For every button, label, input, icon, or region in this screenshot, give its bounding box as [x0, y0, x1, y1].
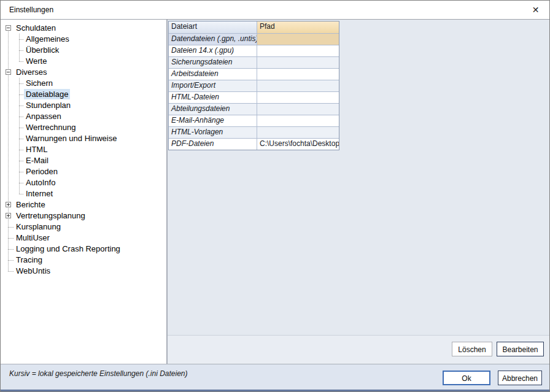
path-cell[interactable]: [257, 92, 339, 103]
table-row-datendateien-gpn-untis[interactable]: Datendateien (.gpn, .untis): [169, 33, 339, 45]
file-type-cell[interactable]: Import/Export: [169, 80, 257, 91]
tree-item-webuntis[interactable]: WebUntis: [1, 266, 166, 277]
table-row-dateien-14-x-gpu[interactable]: Dateien 14.x (.gpu): [169, 45, 339, 56]
path-cell[interactable]: [257, 115, 339, 126]
tree-item-label: Sichern: [24, 78, 55, 88]
dateiablage-panel: Dateiart Pfad Datendateien (.gpn, .untis…: [167, 20, 549, 364]
tree-item-autoinfo[interactable]: AutoInfo: [1, 177, 166, 188]
tree-item-stundenplan[interactable]: Stundenplan: [1, 100, 166, 111]
tree-item-label: AutoInfo: [24, 177, 57, 188]
tree-expand-icon[interactable]: [6, 202, 11, 207]
tree-item-label: Berichte: [14, 199, 47, 210]
table-row-arbeitsdateien[interactable]: Arbeitsdateien: [169, 68, 339, 80]
path-cell[interactable]: [257, 69, 339, 80]
window-title: Einstellungen: [9, 6, 53, 14]
path-cell[interactable]: [257, 127, 339, 138]
tree-item-vertretungsplanung[interactable]: Vertretungsplanung: [1, 210, 166, 221]
tree-item-label: Perioden: [24, 166, 60, 177]
file-type-cell[interactable]: Arbeitsdateien: [169, 69, 257, 80]
tree-item-label: Allgemeines: [24, 34, 71, 44]
tree-item-label: HTML: [24, 144, 49, 155]
path-cell[interactable]: [257, 104, 339, 115]
settings-tree: SchuldatenAllgemeinesÜberblickWerteDiver…: [1, 20, 166, 364]
tree-item-wertrechnung[interactable]: Wertrechnung: [1, 122, 166, 133]
tree-item-label: Vertretungsplanung: [14, 210, 87, 221]
path-cell[interactable]: C:\Users\fochta\Desktop: [257, 139, 339, 150]
title-bar: Einstellungen ✕: [1, 1, 549, 20]
file-type-cell[interactable]: Datendateien (.gpn, .untis): [169, 34, 257, 45]
tree-item-berblick[interactable]: Überblick: [1, 45, 166, 56]
window-bottom-border: [1, 390, 549, 391]
tree-item-multiuser[interactable]: MultiUser: [1, 233, 166, 244]
loeschen-button[interactable]: Löschen: [452, 342, 492, 356]
tree-item-label: Warnungen und Hinweise: [24, 133, 118, 144]
tree-item-perioden[interactable]: Perioden: [1, 166, 166, 177]
close-button[interactable]: ✕: [522, 1, 549, 19]
tree-item-sichern[interactable]: Sichern: [1, 78, 166, 89]
tree-item-html[interactable]: HTML: [1, 144, 166, 155]
tree-item-label: Werte: [24, 56, 48, 66]
settings-tree-panel: SchuldatenAllgemeinesÜberblickWerteDiver…: [1, 20, 167, 364]
file-type-cell[interactable]: HTML-Dateien: [169, 92, 257, 103]
tree-item-label: Wertrechnung: [24, 122, 77, 133]
file-type-cell[interactable]: Sicherungsdateien: [169, 57, 257, 68]
tree-collapse-icon[interactable]: [6, 25, 11, 31]
column-header-pfad[interactable]: Pfad: [257, 21, 339, 33]
tree-item-kursplanung[interactable]: Kursplanung: [1, 221, 166, 233]
file-paths-table-body: Datendateien (.gpn, .untis)Dateien 14.x …: [169, 33, 339, 150]
close-icon: ✕: [532, 5, 540, 15]
path-cell[interactable]: [257, 34, 339, 45]
bearbeiten-button[interactable]: Bearbeiten: [497, 342, 544, 356]
tree-item-label: Internet: [24, 188, 55, 199]
tree-item-label: Überblick: [24, 45, 61, 55]
table-header-row: Dateiart Pfad: [169, 21, 339, 33]
tree-item-dateiablage[interactable]: Dateiablage: [1, 89, 166, 100]
tree-item-schuldaten[interactable]: Schuldaten: [1, 23, 166, 34]
table-row-import-export[interactable]: Import/Export: [169, 80, 339, 91]
table-row-html-vorlagen[interactable]: HTML-Vorlagen: [169, 126, 339, 138]
file-paths-table: Dateiart Pfad Datendateien (.gpn, .untis…: [168, 21, 339, 150]
tree-item-tracing[interactable]: Tracing: [1, 255, 166, 266]
tree-expand-icon[interactable]: [6, 213, 11, 218]
tree-item-label: Stundenplan: [24, 100, 72, 110]
column-header-dateiart[interactable]: Dateiart: [169, 21, 257, 33]
table-row-e-mail-anh-nge[interactable]: E-Mail-Anhänge: [169, 115, 339, 126]
table-row-abteilungsdateien[interactable]: Abteilungsdateien: [169, 103, 339, 115]
file-type-cell[interactable]: Dateien 14.x (.gpu): [169, 45, 257, 56]
einstellungen-dialog: Einstellungen ✕ SchuldatenAllgemeinesÜbe…: [0, 0, 550, 392]
table-row-sicherungsdateien[interactable]: Sicherungsdateien: [169, 56, 339, 68]
tree-item-label: Schuldaten: [14, 23, 58, 33]
file-type-cell[interactable]: Abteilungsdateien: [169, 104, 257, 115]
tree-item-berichte[interactable]: Berichte: [1, 199, 166, 210]
table-row-pdf-dateien[interactable]: PDF-DateienC:\Users\fochta\Desktop: [169, 138, 339, 150]
tree-item-label: Diverses: [14, 67, 49, 77]
file-type-cell[interactable]: E-Mail-Anhänge: [169, 115, 257, 126]
tree-item-label: E-Mail: [24, 155, 50, 166]
path-cell[interactable]: [257, 45, 339, 56]
ok-button[interactable]: Ok: [443, 371, 490, 385]
status-legend-text: Kursiv = lokal gespeicherte Einstellunge…: [9, 369, 188, 378]
tree-item-werte[interactable]: Werte: [1, 56, 166, 67]
tree-item-label: Tracing: [14, 255, 44, 265]
tree-item-allgemeines[interactable]: Allgemeines: [1, 34, 166, 45]
tree-item-e-mail[interactable]: E-Mail: [1, 155, 166, 166]
path-cell[interactable]: [257, 57, 339, 68]
tree-collapse-icon[interactable]: [6, 69, 11, 75]
tree-item-label: WebUntis: [14, 266, 52, 276]
tree-item-label: Anpassen: [24, 111, 63, 121]
tree-item-diverses[interactable]: Diverses: [1, 67, 166, 78]
file-type-cell[interactable]: PDF-Dateien: [169, 139, 257, 150]
tree-item-internet[interactable]: Internet: [1, 188, 166, 199]
path-cell[interactable]: [257, 80, 339, 91]
table-row-html-dateien[interactable]: HTML-Dateien: [169, 91, 339, 103]
tree-item-logging-und-crash-reporting[interactable]: Logging und Crash Reporting: [1, 244, 166, 255]
tree-item-warnungen-und-hinweise[interactable]: Warnungen und Hinweise: [1, 133, 166, 144]
tree-item-anpassen[interactable]: Anpassen: [1, 111, 166, 122]
tree-item-label: Logging und Crash Reporting: [14, 244, 122, 254]
tree-item-label: Dateiablage: [24, 89, 70, 99]
tree-item-label: MultiUser: [14, 233, 52, 243]
abbrechen-button[interactable]: Abbrechen: [498, 371, 542, 385]
file-type-cell[interactable]: HTML-Vorlagen: [169, 127, 257, 138]
tree-item-label: Kursplanung: [14, 221, 63, 232]
